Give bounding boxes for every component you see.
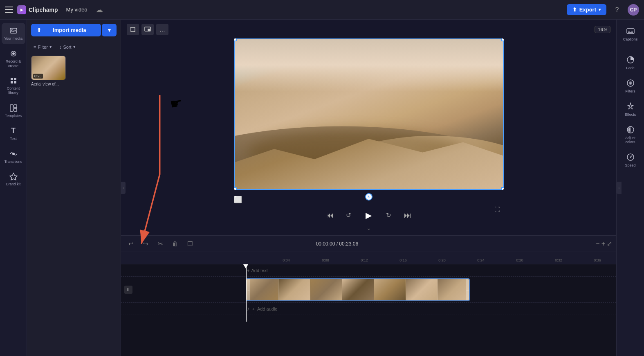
ruler-mark-028: 0:28 [516,258,523,262]
clip-frame-7 [438,279,470,300]
avatar[interactable]: CP [628,4,639,16]
import-dropdown-button[interactable]: ▾ [102,24,117,36]
delete-button[interactable]: 🗑 [169,238,181,250]
add-audio-track[interactable]: ♪ + Add audio [121,303,616,315]
effects-label: Effects [625,113,636,117]
sidebar-item-content-library[interactable]: Contentlibrary [2,73,25,99]
zoom-out-button[interactable]: − [596,240,599,248]
duplicate-button[interactable]: ❐ [184,238,195,250]
svg-rect-6 [11,81,13,83]
handle-bottom-right[interactable] [501,187,504,190]
filter-icon: ≡ [34,45,36,50]
ruler-mark-020: 0:20 [438,258,446,262]
svg-rect-8 [10,105,13,111]
svg-rect-0 [10,28,17,33]
selection-handles [234,38,504,190]
adjust-colors-label: Adjustcolors [625,136,635,144]
add-text-track[interactable]: + Add text [121,264,616,277]
right-panel-collapse-button[interactable]: › [617,182,622,194]
your-media-icon [9,26,18,35]
preview-area: … 16:9 [121,20,616,235]
play-pause-button[interactable]: ▶ [361,207,377,223]
sort-button[interactable]: ↕ Sort ▾ [57,43,78,51]
forward-5s-button[interactable]: ↻ [382,209,395,222]
topbar: Clipchamp My video ☁ ⬆ Export ▾ ? CP [0,0,644,20]
brand-kit-icon [9,172,18,181]
filter-sort-row: ≡ Filter ▾ ↕ Sort ▾ [27,40,121,53]
import-media-button[interactable]: ⬆ Import media [31,24,101,36]
center-area: ☛ … [121,20,616,356]
import-dropdown-icon: ▾ [108,27,111,33]
ruler-mark-024: 0:24 [477,258,485,262]
sidebar-item-text[interactable]: T Text [2,123,25,144]
video-clip[interactable]: ⋮ ⋮ [246,278,470,301]
fit-timeline-button[interactable]: ⤢ [607,240,612,248]
rewind-5s-button[interactable]: ↺ [342,209,355,222]
list-item[interactable]: 0:23 Aerial view of... [31,56,72,86]
svg-rect-10 [14,108,17,111]
right-panel-item-adjust-colors[interactable]: Adjustcolors [618,122,643,147]
help-icon[interactable]: ? [611,4,623,16]
filter-button[interactable]: ≡ Filter ▾ [31,43,54,51]
skip-to-end-button[interactable]: ⏭ [401,209,414,222]
menu-icon[interactable] [5,6,13,14]
subtitle-toggle-button[interactable]: ⬜ [234,196,242,203]
timeline-zoom-controls: − + ⤢ [596,240,612,248]
clip-handle-left[interactable]: ⋮ [247,279,250,300]
sidebar-label-transitions: Transitions [4,160,22,164]
right-panel-item-speed[interactable]: Speed [618,149,643,171]
media-thumbnail: 0:23 [31,56,66,80]
ruler-mark-016: 0:16 [399,258,407,262]
svg-rect-9 [14,105,17,108]
svg-rect-15 [627,29,634,34]
text-icon: T [9,126,18,135]
panel-chevron-down[interactable]: ⌄ [366,225,371,231]
right-panel-item-captions[interactable]: Captions [618,23,643,45]
sidebar-item-templates[interactable]: Templates [2,100,25,122]
zoom-in-button[interactable]: + [601,240,605,248]
logo-area: Clipchamp [17,5,58,14]
svg-rect-11 [12,153,15,155]
export-button[interactable]: ⬆ Export ▾ [567,4,606,15]
right-panel-item-filters[interactable]: Filters [618,75,643,97]
clip-frame-4 [342,279,374,300]
redo-button[interactable]: ↪ [140,238,151,250]
playhead-triangle [243,264,248,268]
handle-top-left[interactable] [234,38,237,41]
panel-collapse-button[interactable]: ‹ [121,182,126,194]
logo-icon [17,5,26,14]
fullscreen-button[interactable]: ⛶ [491,203,504,216]
more-options-button[interactable]: … [156,24,168,35]
undo-button[interactable]: ↩ [125,238,137,250]
cut-button[interactable]: ✂ [155,238,166,250]
skip-to-start-button[interactable]: ⏮ [323,209,337,222]
pip-button[interactable] [141,24,154,35]
svg-rect-14 [148,29,150,31]
sidebar-item-transitions[interactable]: Transitions [2,146,25,167]
track-mute-button[interactable]: ⏸ [124,286,132,294]
handle-top-right[interactable] [501,38,504,41]
filters-label: Filters [625,89,635,93]
sidebar-item-record-create[interactable]: Record &create [2,46,25,72]
timeline-ruler: 0:04 0:08 0:12 0:16 0:20 0:24 0:28 0:32 … [121,252,616,264]
media-panel-header: ⬆ Import media ▾ [27,20,121,40]
speed-icon [626,152,635,162]
handle-bottom-left[interactable] [234,187,237,190]
filter-chevron: ▾ [49,44,52,50]
sidebar-item-brand-kit[interactable]: Brand kit [2,169,25,190]
aspect-ratio-button[interactable]: 16:9 [595,26,610,33]
right-panel-item-effects[interactable]: Effects [618,98,643,120]
filters-icon [626,78,635,88]
clip-handle-right[interactable]: ⋮ [466,279,469,300]
timeline-tracks: + Add text ⏸ ⋮ [121,264,616,322]
svg-point-22 [630,157,631,158]
right-panel-item-fade[interactable]: Fade [618,52,643,73]
sidebar-item-your-media[interactable]: Your media [2,23,25,44]
track-controls: ⏸ [121,286,246,294]
svg-point-3 [12,52,15,55]
import-icon: ⬆ [37,27,41,33]
project-title[interactable]: My video [62,5,92,14]
svg-rect-7 [14,81,16,83]
clip-frame-1 [247,279,278,300]
crop-button[interactable] [127,24,139,35]
